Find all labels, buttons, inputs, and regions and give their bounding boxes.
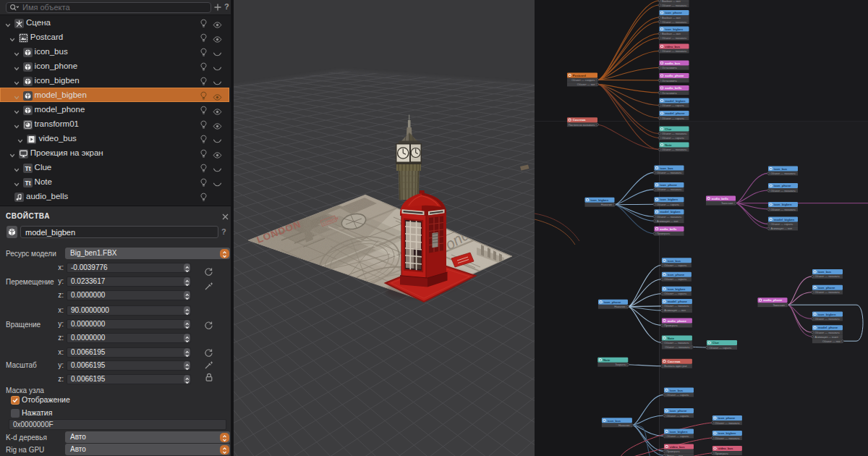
svg-text:Объект — показать: Объект — показать xyxy=(814,318,839,321)
svg-text:Система: Система xyxy=(573,118,586,122)
svg-text:Note: Note xyxy=(603,358,610,362)
svg-text:Объект — показать: Объект — показать xyxy=(662,148,686,151)
svg-text:icon_phone: icon_phone xyxy=(818,286,835,290)
svg-text:audio_bus: audio_bus xyxy=(665,62,681,65)
svg-text:Объект — показать: Объект — показать xyxy=(657,172,681,174)
svg-text:Объект — создать: Объект — создать xyxy=(571,79,595,82)
svg-text:icon_bigben: icon_bigben xyxy=(660,198,678,201)
svg-text:Объект — показать: Объект — показать xyxy=(664,342,689,345)
svg-text:Объект — показать: Объект — показать xyxy=(715,437,739,440)
svg-text:Boolean — вкл: Boolean — вкл xyxy=(662,17,681,20)
svg-text:Закончил: Закончил xyxy=(721,202,733,205)
svg-text:icon_phone: icon_phone xyxy=(665,11,682,14)
svg-text:Остановить: Остановить xyxy=(662,67,677,69)
svg-text:icon_bigben: icon_bigben xyxy=(590,198,608,202)
svg-text:icon_phone: icon_phone xyxy=(718,416,736,420)
svg-text:Объект — скрыть: Объект — скрыть xyxy=(709,347,731,350)
svg-text:Объект — показать: Объект — показать xyxy=(770,190,795,193)
svg-text:icon_bus: icon_bus xyxy=(660,166,673,170)
svg-text:Объект — показать: Объект — показать xyxy=(662,132,686,135)
svg-text:model_bigben: model_bigben xyxy=(660,210,681,214)
svg-text:Объект — показать: Объект — показать xyxy=(657,216,681,219)
svg-text:icon_phone: icon_phone xyxy=(668,273,685,276)
svg-text:video_bus: video_bus xyxy=(718,447,733,450)
svg-text:Нажатие: Нажатие xyxy=(618,424,629,427)
svg-text:Объект — показать: Объект — показать xyxy=(662,37,686,40)
svg-text:Вызвать один раз: Вызвать один раз xyxy=(664,365,686,368)
svg-text:Анимация — вкл: Анимация — вкл xyxy=(770,227,792,230)
svg-text:Объект — показать: Объект — показать xyxy=(662,4,686,7)
svg-text:Объект — скрыть: Объект — скрыть xyxy=(662,137,684,140)
svg-text:Объект — показать: Объект — показать xyxy=(665,346,689,349)
svg-text:Проиграть: Проиграть xyxy=(715,452,728,455)
svg-text:Объект — показать: Объект — показать xyxy=(664,305,689,308)
svg-text:Tt: Tt xyxy=(25,179,30,186)
svg-text:icon_bigben: icon_bigben xyxy=(818,313,836,316)
svg-text:Note: Note xyxy=(665,143,672,147)
svg-text:icon_bus: icon_bus xyxy=(818,270,832,274)
svg-text:video_bus: video_bus xyxy=(670,445,685,449)
svg-text:audio_bells: audio_bells xyxy=(660,227,677,231)
svg-text:Проиграть: Проиграть xyxy=(666,450,679,453)
svg-text:Нажатие: Нажатие xyxy=(601,203,612,206)
svg-text:icon_bigben: icon_bigben xyxy=(668,287,686,291)
svg-text:icon_bigben: icon_bigben xyxy=(665,28,683,31)
svg-text:Объект — скрыть: Объект — скрыть xyxy=(666,415,689,418)
svg-text:Clue: Clue xyxy=(665,127,672,131)
svg-text:Объект — скрыть: Объект — скрыть xyxy=(770,223,793,226)
svg-text:Нажатие: Нажатие xyxy=(614,305,625,308)
svg-text:Clue: Clue xyxy=(712,341,720,345)
svg-text:icon_bigben: icon_bigben xyxy=(774,203,792,206)
svg-text:Объект — показать: Объект — показать xyxy=(657,188,681,191)
svg-text:audio_phone: audio_phone xyxy=(763,298,783,302)
svg-text:Объект — скрыть: Объект — скрыть xyxy=(662,104,684,107)
svg-text:audio_phone: audio_phone xyxy=(665,74,684,77)
svg-text:Объект — скрыть: Объект — скрыть xyxy=(662,117,684,120)
svg-text:icon_bus: icon_bus xyxy=(670,389,684,392)
svg-text:Postcard: Postcard xyxy=(573,74,586,77)
svg-text:audio_bells: audio_bells xyxy=(712,197,729,200)
svg-text:Проиграть: Проиграть xyxy=(664,324,677,327)
svg-text:Объект — вкл: Объект — вкл xyxy=(577,83,595,86)
svg-text:icon_bus: icon_bus xyxy=(668,259,681,263)
svg-text:icon_phone: icon_phone xyxy=(774,184,791,187)
svg-text:Объект — скрыть: Объект — скрыть xyxy=(664,292,686,295)
svg-text:Объект — скрыть: Объект — скрыть xyxy=(666,435,689,438)
svg-text:Boolean — вкл: Boolean — вкл xyxy=(662,33,681,35)
svg-text:icon_bus: icon_bus xyxy=(608,419,621,423)
svg-text:Объект — показать: Объект — показать xyxy=(814,291,839,294)
svg-text:Остановить: Остановить xyxy=(662,92,677,95)
svg-text:Остановить: Остановить xyxy=(662,80,677,83)
svg-text:Анимация — вкл: Анимация — вкл xyxy=(657,220,678,223)
svg-text:Объект — скрыть: Объект — скрыть xyxy=(664,264,686,267)
svg-text:Tt: Tt xyxy=(25,164,30,172)
svg-text:Note: Note xyxy=(668,337,675,340)
svg-text:Boolean — вкл: Boolean — вкл xyxy=(662,0,681,3)
svg-text:Объект — показать: Объект — показать xyxy=(662,21,686,24)
svg-text:model_phone: model_phone xyxy=(668,300,688,303)
svg-text:Проиграть: Проиграть xyxy=(657,232,670,235)
svg-text:Закрыта: Закрыта xyxy=(615,363,626,366)
svg-text:Объект — показать: Объект — показать xyxy=(814,275,839,278)
svg-text:video_bus: video_bus xyxy=(665,45,680,48)
svg-text:Анимация — вкл: Анимация — вкл xyxy=(664,309,686,312)
svg-text:Объект — скрыть: Объект — скрыть xyxy=(657,203,679,206)
svg-text:Объект — скрыть: Объект — скрыть xyxy=(664,278,686,281)
svg-text:model_phone: model_phone xyxy=(665,111,685,115)
svg-text:model_bigben: model_bigben xyxy=(665,99,686,103)
svg-text:model_phone: model_phone xyxy=(818,326,838,329)
svg-text:icon_bigben: icon_bigben xyxy=(718,431,736,435)
svg-text:icon_phone: icon_phone xyxy=(670,409,687,413)
svg-text:Объект — показать: Объект — показать xyxy=(770,208,795,211)
svg-text:Объект — показать: Объект — показать xyxy=(662,50,686,53)
svg-text:Объект — скрыть: Объект — скрыть xyxy=(666,394,689,397)
svg-text:audio_bells: audio_bells xyxy=(665,86,682,90)
svg-text:audio_phone: audio_phone xyxy=(668,319,687,323)
svg-text:Закончил: Закончил xyxy=(773,304,785,307)
svg-text:Объект — показать: Объект — показать xyxy=(715,422,739,425)
svg-text:Анимация — выкл: Анимация — выкл xyxy=(814,336,838,339)
svg-text:Система: Система xyxy=(668,360,681,363)
svg-text:Объект — показать: Объект — показать xyxy=(770,172,795,175)
svg-text:model_bigben: model_bigben xyxy=(774,218,795,221)
svg-text:Объект — показать: Объект — показать xyxy=(814,332,839,334)
